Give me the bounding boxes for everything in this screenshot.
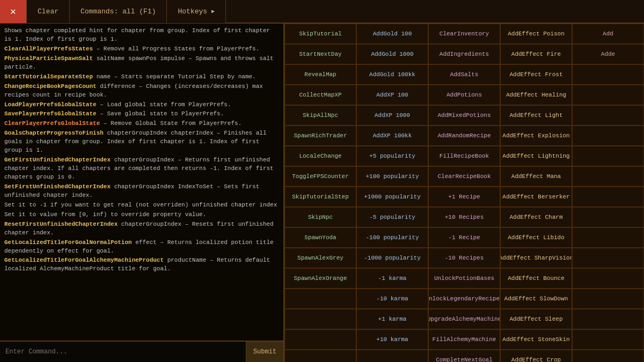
grid-button[interactable]: CompleteNextGoal — [428, 350, 500, 362]
grid-button[interactable] — [572, 329, 644, 350]
grid-button[interactable]: AddIngredients — [428, 44, 500, 64]
grid-button[interactable]: UnlockPotionBases — [428, 268, 500, 289]
grid-button[interactable] — [284, 289, 356, 309]
grid-button[interactable] — [356, 350, 428, 362]
grid-button[interactable] — [572, 207, 644, 227]
grid-button[interactable]: +1000 popularity — [356, 187, 428, 207]
grid-button[interactable]: SpawnAlexOrange — [284, 268, 356, 289]
console-line: GetFirstUnfinishedChapterIndex chapterGr… — [4, 156, 279, 182]
grid-button[interactable]: +100 popularity — [356, 166, 428, 187]
hotkeys-button[interactable]: Hotkeys ▶ — [167, 0, 226, 23]
right-panel[interactable]: SkipTutorialAddGold 100ClearInventoryAdd… — [284, 24, 644, 362]
grid-button[interactable]: SpawnAlexGrey — [284, 248, 356, 268]
grid-button[interactable]: AddEffect Libido — [500, 227, 572, 248]
grid-button[interactable] — [284, 329, 356, 350]
grid-button[interactable]: AddXP 100 — [356, 85, 428, 105]
grid-button[interactable]: AddEffect SharpVision — [500, 248, 572, 268]
grid-button[interactable]: AddEffect Mana — [500, 166, 572, 187]
grid-button[interactable]: AddEffect Fire — [500, 44, 572, 64]
grid-button[interactable]: AddEffect Berserker — [500, 187, 572, 207]
grid-button[interactable]: RevealMap — [284, 64, 356, 85]
grid-button[interactable] — [572, 166, 644, 187]
grid-button[interactable]: ToggleFPSCounter — [284, 166, 356, 187]
grid-button[interactable]: CollectMapXP — [284, 85, 356, 105]
grid-button[interactable]: +5 popularity — [356, 146, 428, 166]
grid-button[interactable]: AddEffect SlowDown — [500, 289, 572, 309]
console-output[interactable]: Shows chapter completed hint for chapter… — [0, 24, 283, 341]
grid-button[interactable] — [572, 125, 644, 146]
command-input[interactable] — [0, 342, 246, 362]
console-line: ResetFirstUnfinishedChapterIndex chapter… — [4, 220, 279, 238]
grid-button[interactable]: -10 Recipes — [428, 248, 500, 268]
grid-button[interactable]: -1 Recipe — [428, 227, 500, 248]
grid-button[interactable]: FillAlchemyMachine — [428, 329, 500, 350]
grid-button[interactable]: -5 popularity — [356, 207, 428, 227]
grid-button[interactable] — [572, 350, 644, 362]
grid-button[interactable]: SkipNpc — [284, 207, 356, 227]
grid-button[interactable]: AddEffect Lightning — [500, 146, 572, 166]
grid-button[interactable]: AddPotions — [428, 85, 500, 105]
grid-button[interactable]: Add — [572, 24, 644, 44]
left-panel: Shows chapter completed hint for chapter… — [0, 24, 284, 362]
close-button[interactable]: ✕ — [0, 0, 27, 23]
console-line: SetFirstUnfinishedChapterIndex chapterGr… — [4, 183, 279, 200]
grid-button[interactable] — [572, 146, 644, 166]
grid-button[interactable] — [572, 105, 644, 125]
grid-button[interactable] — [572, 187, 644, 207]
grid-button[interactable] — [284, 309, 356, 329]
grid-button[interactable]: -1000 popularity — [356, 248, 428, 268]
grid-button[interactable]: AddEffect Poison — [500, 24, 572, 44]
grid-button[interactable]: Adde — [572, 44, 644, 64]
grid-button[interactable]: LocaleChange — [284, 146, 356, 166]
grid-button[interactable]: AddSalts — [428, 64, 500, 85]
grid-button[interactable]: UnlockLegendaryRecipes — [428, 289, 500, 309]
grid-button[interactable]: SkipTutorialStep — [284, 187, 356, 207]
grid-button[interactable] — [572, 289, 644, 309]
grid-button[interactable] — [572, 227, 644, 248]
grid-button[interactable]: AddEffect Bounce — [500, 268, 572, 289]
grid-button[interactable]: AddEffect Frost — [500, 64, 572, 85]
grid-button[interactable]: AddEffect Light — [500, 105, 572, 125]
grid-button[interactable]: AddMixedPotions — [428, 105, 500, 125]
grid-button[interactable]: +10 karma — [356, 329, 428, 350]
grid-button[interactable]: AddEffect Healing — [500, 85, 572, 105]
grid-button[interactable]: UpgradeAlchemyMachine — [428, 309, 500, 329]
cmd-name: GetLocalizedTitleForGoalNormalPotion — [4, 239, 132, 246]
grid-button[interactable]: -100 popularity — [356, 227, 428, 248]
clear-button[interactable]: Clear — [27, 0, 70, 23]
grid-button[interactable]: -1 karma — [356, 268, 428, 289]
grid-button[interactable] — [572, 64, 644, 85]
grid-button[interactable]: AddGold 100kk — [356, 64, 428, 85]
grid-button[interactable] — [572, 85, 644, 105]
grid-button[interactable]: FillRecipeBook — [428, 146, 500, 166]
grid-button[interactable]: AddXP 1000 — [356, 105, 428, 125]
commands-button[interactable]: Commands: all (F1) — [70, 0, 167, 23]
grid-button[interactable]: AddEffect Sleep — [500, 309, 572, 329]
grid-button[interactable] — [572, 248, 644, 268]
grid-button[interactable]: AddEffect StoneSkin — [500, 329, 572, 350]
grid-button[interactable]: AddRandomRecipe — [428, 125, 500, 146]
grid-button[interactable]: SpawnRichTrader — [284, 125, 356, 146]
grid-button[interactable]: AddEffect Explosion — [500, 125, 572, 146]
grid-button[interactable]: +10 Recipes — [428, 207, 500, 227]
grid-button[interactable]: StartNextDay — [284, 44, 356, 64]
grid-button[interactable]: SkipTutorial — [284, 24, 356, 44]
submit-button[interactable]: Submit — [246, 342, 283, 362]
grid-button[interactable] — [572, 268, 644, 289]
grid-button[interactable]: SpawnYoda — [284, 227, 356, 248]
console-line: PhysicalParticleSpawnSalt saltName spawn… — [4, 55, 279, 72]
grid-button[interactable]: -10 karma — [356, 289, 428, 309]
grid-button[interactable]: AddGold 1000 — [356, 44, 428, 64]
grid-button[interactable]: AddEffect Charm — [500, 207, 572, 227]
grid-button[interactable] — [284, 350, 356, 362]
grid-button[interactable]: ClearInventory — [428, 24, 500, 44]
input-row: Submit — [0, 341, 283, 362]
grid-button[interactable]: SkipAllNpc — [284, 105, 356, 125]
grid-button[interactable]: ClearRecipeBook — [428, 166, 500, 187]
grid-button[interactable]: +1 karma — [356, 309, 428, 329]
grid-button[interactable]: AddXP 100kk — [356, 125, 428, 146]
grid-button[interactable]: AddEffect Crop — [500, 350, 572, 362]
grid-button[interactable]: +1 Recipe — [428, 187, 500, 207]
grid-button[interactable] — [572, 309, 644, 329]
grid-button[interactable]: AddGold 100 — [356, 24, 428, 44]
